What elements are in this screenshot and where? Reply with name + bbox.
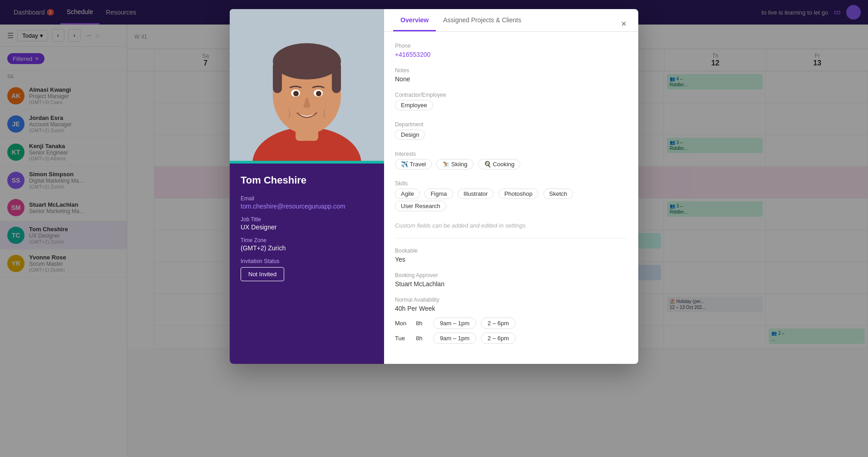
bookable-label: Bookable [395,248,627,254]
avail-day-mon: Mon [395,320,411,327]
avail-slot-mon-2: 2 – 6pm [481,318,516,329]
custom-fields-note: Custom fields can be added and edited in… [395,222,627,229]
interest-skiing: ⛷️ Skiing [436,159,473,169]
availability-section: Normal Availability 40h Per Week Mon 8h … [395,297,627,344]
tab-overview[interactable]: Overview [393,9,436,31]
availability-row-mon: Mon 8h 9am – 1pm 2 – 6pm [395,318,627,329]
modal-right-panel: Overview Assigned Projects & Clients Pho… [384,9,638,364]
skills-label: Skills [395,180,627,187]
availability-weekly: 40h Per Week [395,305,627,312]
contractor-tag: Employee [395,100,433,110]
profile-timezone: (GMT+2) Zurich [241,244,373,252]
interest-cooking: 🍳 Cooking [478,159,520,169]
skill-figma: Figma [424,189,453,199]
phone-value: +416553200 [395,51,627,58]
skill-sketch: Sketch [543,189,573,199]
profile-name: Tom Cheshire [241,174,373,186]
interest-travel: ✈️ Travel [395,159,432,169]
availability-row-tue: Tue 8h 9am – 1pm 2 – 6pm [395,333,627,344]
skills-tags: Agile Figma Illustrator Photoshop Sketch… [395,189,627,213]
svg-point-4 [273,43,341,79]
profile-email: tom.cheshire@resourceguruapp.com [241,203,373,210]
interests-section: Interests ✈️ Travel ⛷️ Skiing 🍳 Cooking [395,151,627,171]
notes-label: Notes [395,67,627,74]
profile-modal: Tom Cheshire Email tom.cheshire@resource… [230,9,638,364]
availability-days: Mon 8h 9am – 1pm 2 – 6pm Tue 8h 9am – 1p… [395,318,627,344]
bookable-section: Bookable Yes [395,248,627,263]
profile-left-panel: Tom Cheshire Email tom.cheshire@resource… [230,9,384,364]
avail-slot-tue-2: 2 – 6pm [481,333,516,344]
modal-tabs: Overview Assigned Projects & Clients [384,9,638,32]
notes-value: None [395,75,627,83]
svg-rect-5 [273,61,282,93]
modal-overlay: Tom Cheshire Email tom.cheshire@resource… [0,0,868,457]
svg-point-10 [316,91,321,96]
booking-approver-section: Booking Approver Stuart McLachlan [395,272,627,288]
tab-assigned-projects[interactable]: Assigned Projects & Clients [436,9,528,31]
skill-user-research: User Research [395,201,446,211]
department-section: Department Design [395,121,627,142]
avail-slot-tue-1: 9am – 1pm [433,333,476,344]
profile-info-panel: Tom Cheshire Email tom.cheshire@resource… [230,164,384,364]
contractor-label: Contractor/Employee [395,92,627,98]
booking-approver-value: Stuart McLachlan [395,280,627,288]
invitation-status-button[interactable]: Not Invited [241,267,284,281]
phone-label: Phone [395,43,627,49]
department-label: Department [395,121,627,128]
avail-day-tue: Tue [395,335,411,342]
divider [395,238,627,238]
modal-body: Phone +416553200 Notes None Contractor/E… [384,32,638,364]
avail-hours-mon: 8h [416,320,429,327]
svg-rect-6 [332,61,341,93]
skill-illustrator: Illustrator [458,189,493,199]
availability-label: Normal Availability [395,297,627,303]
svg-point-9 [293,91,299,96]
skills-section: Skills Agile Figma Illustrator Photoshop… [395,180,627,213]
interests-tags: ✈️ Travel ⛷️ Skiing 🍳 Cooking [395,159,627,171]
bookable-value: Yes [395,256,627,263]
booking-approver-label: Booking Approver [395,272,627,278]
modal-close-button[interactable]: × [616,16,631,31]
notes-section: Notes None [395,67,627,83]
skill-photoshop: Photoshop [498,189,538,199]
contractor-section: Contractor/Employee Employee [395,92,627,112]
interests-label: Interests [395,151,627,157]
profile-job-title: UX Designer [241,224,373,231]
avail-slot-mon-1: 9am – 1pm [433,318,476,329]
department-tag: Design [395,129,425,140]
skill-agile: Agile [395,189,420,199]
avail-hours-tue: 8h [416,335,429,342]
phone-section: Phone +416553200 [395,43,627,58]
profile-photo-area [230,9,384,164]
